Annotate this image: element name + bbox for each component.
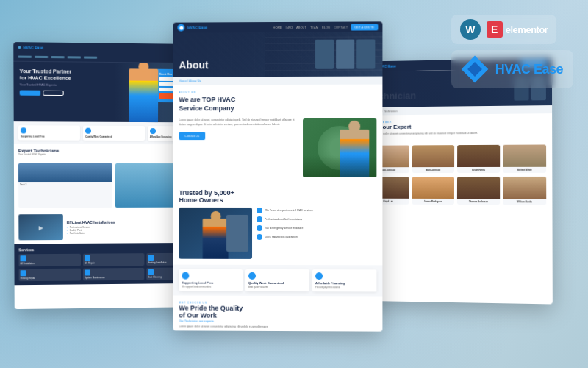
s1-hero-btn1[interactable] (20, 91, 41, 96)
s1-nav-item (51, 56, 64, 58)
hvac-name-part1: HVAC (495, 62, 534, 77)
s2-worker-head (348, 121, 360, 132)
s2-feat-title-2: Quality Work Guaranteed (248, 281, 306, 285)
s2-logo-text: HVAC Ease (187, 25, 207, 29)
s1-quality-icon (85, 128, 91, 134)
s2-feature-box-3: Affordable Financing Flexible payment op… (312, 270, 376, 292)
s2-stat-text-1: 25+ Years of experience in HVAC services (265, 209, 313, 212)
s2-nav-home[interactable]: HOME (273, 25, 282, 29)
s2-stat-icon-2 (257, 216, 262, 222)
s2-img-shadow (303, 155, 376, 177)
s2-hvac-units-bg (265, 32, 382, 77)
s3-team-grid-row2: Lloyd Lee James Rodriguez Thomas Anderso… (362, 177, 552, 209)
s1-tech-img (18, 163, 112, 182)
s2-stat-3: 24/7 Emergency service available (257, 225, 376, 231)
hvac-name-part2: Ease (534, 62, 563, 77)
s2-q-t1: We Pride the Quality (179, 305, 243, 312)
s2-company-img-col (303, 118, 376, 177)
s2-nav-contact[interactable]: CONTACT (334, 25, 348, 29)
s3-experts-desc: Lorem ipsum dolor sit amet consectetur a… (368, 131, 546, 136)
wordpress-icon: W (460, 19, 481, 40)
s2-trusted-title: Trusted by 5,000+ Home Owners (179, 189, 376, 204)
s2-quality-section: WHY CHOOSE US We Pride the Quality of Ou… (173, 296, 382, 332)
s2-contact-button[interactable]: Contact Us (179, 132, 205, 140)
s1-feature-quality: Quality Work Guaranteed (83, 126, 144, 141)
s2-stat-1: 25+ Years of experience in HVAC services (257, 208, 376, 213)
s3-team-card-7[interactable]: Thomas Anderson (457, 177, 500, 205)
s3-team-name-6: James Rodriguez (412, 199, 453, 205)
s2-quality-sub: Our Technician are experts (179, 319, 376, 324)
s2-q-t2: of Our Work (179, 312, 217, 319)
s1-hero-btn2[interactable] (43, 91, 63, 96)
s3-team-name-2: Mark Johnson (412, 167, 454, 173)
s1-heating-repair-icon (21, 270, 26, 276)
s2-feature-icon2-3 (315, 273, 323, 280)
s3-team-name-4: Michael White (503, 167, 546, 173)
s2-company-image (303, 118, 376, 177)
s2-stat-text-2: Professional certified technicians (265, 218, 302, 221)
s2-feature-box-1: Supporting Local Pros We support local c… (179, 269, 243, 291)
s3-team-card-6[interactable]: James Rodriguez (412, 177, 454, 205)
s3-team-photo-7 (457, 177, 500, 199)
s2-quote-button[interactable]: GET A QUOTE (351, 24, 378, 30)
s1-support-icon (21, 127, 26, 133)
s2-nav-about[interactable]: ABOUT (296, 25, 306, 29)
s1-service-ac-install: AC Installation (18, 254, 80, 267)
s2-quality-title: We Pride the Quality of Our Work (179, 305, 376, 320)
s3-experts-title: Meet our Expert (368, 122, 546, 130)
s2-nav: HOME INFO ABOUT TEAM BLOG CONTACT (273, 25, 348, 29)
s2-nav-blog[interactable]: BLOG (322, 25, 330, 29)
s2-unit2 (336, 40, 354, 69)
s2-breadcrumb: Home / About Us (173, 77, 382, 85)
s1-service-name: Heating Repair (21, 277, 79, 280)
s1-service-name: AC Repair (85, 261, 143, 265)
s2-feature-icon2-2 (248, 272, 256, 280)
s2-nav-team[interactable]: TEAM (310, 25, 318, 29)
s2-content-row: Lorem ipsum dolor sit amet, consectetur … (173, 118, 382, 183)
s1-service-name: System Maintenance (85, 276, 143, 280)
s2-worker2-head (210, 211, 220, 222)
s3-team-card-8[interactable]: William Banks (503, 177, 546, 205)
s3-team-photo-4 (503, 144, 546, 166)
screenshot-technician: HVAC Ease HOME INFO ABOUT TEAM BLOG GET … (361, 58, 553, 305)
s2-trusted-section: Trusted by 5,000+ Home Owners 25+ Years … (173, 183, 382, 265)
s2-nav-info[interactable]: INFO (286, 25, 293, 29)
elementor-badge: E elementor (487, 21, 548, 38)
s2-trusted-stats: 25+ Years of experience in HVAC services… (257, 208, 376, 259)
s2-unit1 (315, 40, 334, 69)
s2-breadcrumb-current: About Us (189, 79, 201, 82)
s2-quality-desc: Lorem ipsum dolor sit amet consectetur a… (179, 325, 376, 329)
s2-text-column: Lorem ipsum dolor sit amet, consectetur … (179, 118, 297, 177)
s2-trusted-t1: Trusted by 5,000+ (179, 189, 234, 197)
s2-worker2-figure (203, 219, 229, 259)
s2-feature-box-2: Quality Work Guaranteed Best quality ass… (245, 269, 309, 291)
s1-ac-install-icon (21, 255, 26, 261)
s2-breadcrumb-home[interactable]: Home (179, 79, 187, 82)
s1-finance-icon (150, 128, 156, 134)
s2-hero: About (173, 32, 382, 77)
elementor-letter: E (491, 24, 498, 35)
s1-ac-repair-icon (85, 255, 90, 261)
hvac-brand-badge: HVAC Ease (451, 50, 573, 88)
s2-about-page-title: About (179, 59, 208, 71)
s3-team-card-4[interactable]: Michael White (503, 144, 546, 172)
wp-letter: W (465, 24, 475, 35)
s2-company-desc: Lorem ipsum dolor sit amet, consectetur … (179, 118, 297, 127)
s1-nav-item (35, 56, 48, 58)
s1-tech-card: Tech 1 (18, 163, 112, 208)
s2-feat-desc-1: We support local communities (182, 286, 240, 289)
screenshot-about: HVAC Ease HOME INFO ABOUT TEAM BLOG CONT… (173, 21, 382, 331)
s2-feature-icon2-1 (182, 272, 189, 280)
s3-team-photo-6 (412, 177, 454, 199)
s1-nav-item (84, 57, 97, 59)
s3-experts-section: TEAM MEMBER Meet our Expert Lorem ipsum … (362, 113, 552, 142)
s2-stat-text-3: 24/7 Emergency service available (265, 227, 303, 230)
wp-elementor-badge: W E elementor (451, 15, 557, 44)
s2-stat-4: 100% satisfaction guaranteed (257, 234, 376, 240)
s2-about-label: ABOUT US (179, 91, 376, 94)
s3-team-card-2[interactable]: Mark Johnson (412, 145, 454, 173)
s3-team-card-3[interactable]: Kevin Harris (457, 145, 500, 173)
s3-team-photo-3 (457, 145, 500, 167)
s2-trusted-row: 25+ Years of experience in HVAC services… (179, 208, 376, 259)
s1-duct-icon (148, 269, 154, 275)
